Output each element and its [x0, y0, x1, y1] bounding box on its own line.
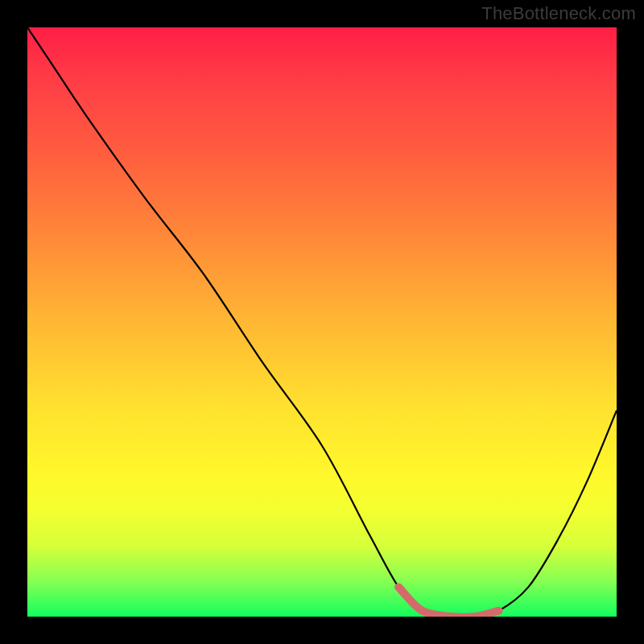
plot-area — [27, 27, 617, 617]
watermark-text: TheBottleneck.com — [481, 3, 636, 24]
bottleneck-curve — [27, 27, 617, 617]
highlight-region — [27, 27, 617, 617]
chart-frame: TheBottleneck.com — [0, 0, 644, 644]
